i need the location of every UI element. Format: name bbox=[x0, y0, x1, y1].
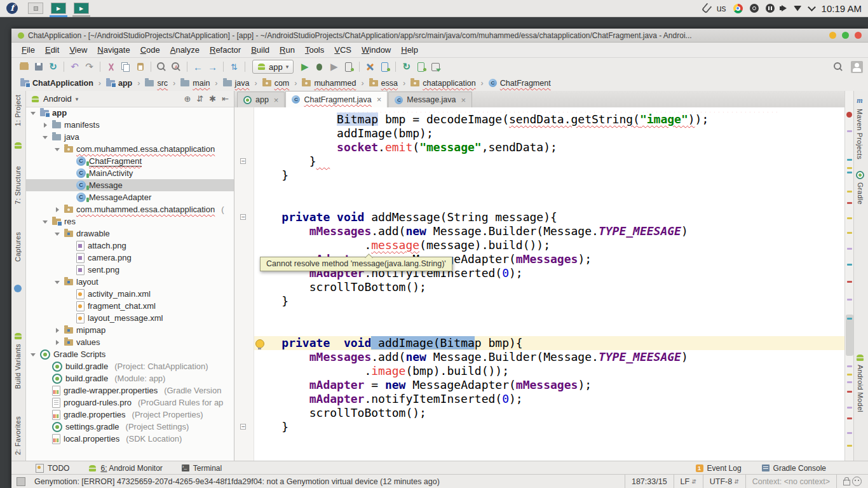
stripe-mark[interactable] bbox=[847, 167, 852, 169]
tool-window-button-todo[interactable]: TODO bbox=[36, 464, 69, 473]
tree-item-sent.png[interactable]: sent.png bbox=[26, 264, 234, 276]
breadcrumb-src[interactable]: src bbox=[142, 79, 170, 88]
scroll-icon[interactable]: ⇵ bbox=[196, 94, 203, 104]
settings-gear-icon[interactable]: ✱ bbox=[209, 94, 216, 104]
stripe-mark[interactable] bbox=[847, 217, 852, 219]
keyboard-layout[interactable]: us bbox=[717, 3, 726, 13]
status-message[interactable]: Genymotion: [ERROR] 47325659-207d-4265-9… bbox=[34, 477, 440, 486]
breadcrumb-chatfragment[interactable]: CChatFragment bbox=[486, 79, 553, 88]
stripe-mark[interactable] bbox=[847, 172, 852, 173]
tree-item-activity-main.xml[interactable]: activity_main.xml bbox=[26, 288, 234, 300]
tree-item-values[interactable]: values bbox=[26, 336, 234, 348]
expand-arrow[interactable] bbox=[54, 146, 61, 152]
stripe-mark[interactable] bbox=[847, 281, 852, 283]
menu-vcs[interactable]: VCS bbox=[329, 43, 356, 57]
breadcrumb-essa[interactable]: essa bbox=[367, 79, 400, 88]
menu-help[interactable]: Help bbox=[396, 43, 423, 57]
avd-manager-icon[interactable] bbox=[377, 60, 392, 73]
tool-button-maven-projects[interactable]: mMaven Projects bbox=[856, 96, 864, 159]
project-view-selector[interactable]: Android bbox=[43, 94, 72, 104]
menu-navigate[interactable]: Navigate bbox=[92, 43, 135, 57]
tree-item-res[interactable]: res bbox=[26, 215, 234, 227]
window-thumbnail-1[interactable] bbox=[28, 3, 43, 14]
error-indicator-icon[interactable] bbox=[846, 112, 852, 118]
tree-item-gradle-scripts[interactable]: Gradle Scripts bbox=[26, 348, 234, 360]
menu-window[interactable]: Window bbox=[356, 43, 396, 57]
save-all-icon[interactable] bbox=[31, 60, 46, 73]
fold-marker[interactable]: − bbox=[240, 424, 246, 430]
tree-item-gradle-wrapper.properties[interactable]: gradle-wrapper.properties(Gradle Version bbox=[26, 384, 234, 396]
expand-arrow[interactable] bbox=[54, 230, 61, 237]
copy-icon[interactable] bbox=[118, 60, 133, 73]
record-icon[interactable] bbox=[750, 4, 759, 13]
tool-window-button-terminal[interactable]: Terminal bbox=[182, 464, 222, 473]
tree-item-proguard-rules.pro[interactable]: proguard-rules.pro(ProGuard Rules for ap bbox=[26, 396, 234, 409]
expand-arrow[interactable] bbox=[42, 133, 49, 140]
tool-button-7-structure[interactable]: 7: Structure bbox=[14, 166, 22, 204]
stripe-mark[interactable] bbox=[847, 248, 852, 250]
menu-file[interactable]: File bbox=[17, 43, 40, 57]
updown-icon[interactable]: ⇅ bbox=[227, 60, 241, 73]
breadcrumb-chatapplication[interactable]: ChatApplication bbox=[18, 79, 96, 88]
tree-item-com.muhammed.essa.chatapplication[interactable]: com.muhammed.essa.chatapplication bbox=[26, 143, 234, 155]
tree-item-java[interactable]: java bbox=[26, 131, 234, 143]
replace-icon[interactable]: A bbox=[169, 60, 184, 73]
user-avatar[interactable] bbox=[851, 61, 863, 73]
settings-icon[interactable] bbox=[363, 60, 377, 73]
window-thumbnail-2[interactable]: ▶ bbox=[51, 3, 66, 14]
expand-arrow[interactable] bbox=[54, 327, 61, 334]
tab-app[interactable]: app× bbox=[237, 92, 285, 107]
menu-refactor[interactable]: Refactor bbox=[205, 43, 246, 57]
tree-item-build.gradle[interactable]: build.gradle(Project: ChatApplication) bbox=[26, 360, 234, 372]
stripe-mark[interactable] bbox=[847, 445, 852, 447]
expand-arrow[interactable] bbox=[54, 206, 61, 213]
intention-bulb-icon[interactable] bbox=[255, 339, 264, 348]
open-project-icon[interactable] bbox=[17, 60, 31, 73]
tree-item-layout-message.xml[interactable]: layout_message.xml bbox=[26, 312, 234, 324]
inspections-icon[interactable] bbox=[852, 477, 862, 486]
breadcrumb-app[interactable]: app bbox=[104, 79, 135, 88]
breadcrumb-com[interactable]: com bbox=[260, 79, 292, 88]
scrollbar-thumb[interactable] bbox=[846, 315, 853, 356]
tool-window-button-gradle-console[interactable]: Gradle Console bbox=[762, 464, 826, 473]
sync-gradle-icon[interactable]: ↻ bbox=[399, 60, 414, 73]
paste-icon[interactable] bbox=[133, 60, 147, 73]
expand-arrow[interactable] bbox=[54, 278, 61, 285]
tool-button-gradle[interactable]: Gradle bbox=[856, 171, 864, 205]
caret-position[interactable]: 187:33/15 bbox=[625, 475, 674, 488]
paperclip-icon[interactable] bbox=[701, 3, 712, 13]
tree-item-camera.png[interactable]: camera.png bbox=[26, 252, 234, 264]
breadcrumb-java[interactable]: java bbox=[220, 79, 252, 88]
stripe-mark[interactable] bbox=[847, 381, 852, 383]
tree-item-mainactivity[interactable]: CMainActivity bbox=[26, 167, 234, 179]
coverage-icon[interactable]: ▶ bbox=[327, 60, 341, 73]
tree-item-chatfragment[interactable]: CChatFragment bbox=[26, 155, 234, 167]
debug-icon[interactable] bbox=[312, 60, 327, 73]
close-icon[interactable]: × bbox=[461, 95, 466, 105]
undo-icon[interactable]: ↶ bbox=[67, 60, 82, 73]
tool-window-toggle-icon[interactable] bbox=[17, 477, 25, 486]
tree-item-local.properties[interactable]: local.properties(SDK Location) bbox=[26, 433, 234, 445]
stripe-mark[interactable] bbox=[847, 391, 852, 393]
pause-icon[interactable] bbox=[766, 4, 775, 13]
volume-icon[interactable] bbox=[782, 5, 787, 11]
close-button[interactable] bbox=[855, 32, 862, 39]
tree-item-drawable[interactable]: drawable bbox=[26, 227, 234, 240]
device-manager-icon[interactable] bbox=[428, 60, 443, 73]
sync-icon[interactable]: ↻ bbox=[46, 60, 60, 73]
search-icon[interactable] bbox=[831, 60, 846, 73]
redo-icon[interactable]: ↷ bbox=[82, 60, 97, 73]
stripe-mark[interactable] bbox=[847, 407, 852, 409]
stripe-mark[interactable] bbox=[847, 318, 852, 320]
attach-debugger-icon[interactable] bbox=[341, 60, 356, 73]
close-icon[interactable]: × bbox=[274, 95, 279, 105]
stripe-mark[interactable] bbox=[847, 417, 852, 419]
breadcrumb-chatapplication[interactable]: chatapplication bbox=[408, 79, 478, 88]
maximize-button[interactable] bbox=[842, 32, 849, 39]
expand-arrow[interactable] bbox=[42, 218, 49, 225]
tool-window-button-6-android-monitor[interactable]: 6: Android Monitor bbox=[88, 464, 162, 473]
menu-tools[interactable]: Tools bbox=[300, 43, 329, 57]
stripe-mark[interactable] bbox=[847, 159, 852, 161]
tool-button-build-variants[interactable]: Build Variants bbox=[14, 344, 22, 389]
tree-item-messageadapter[interactable]: CMessageAdapter bbox=[26, 191, 234, 203]
